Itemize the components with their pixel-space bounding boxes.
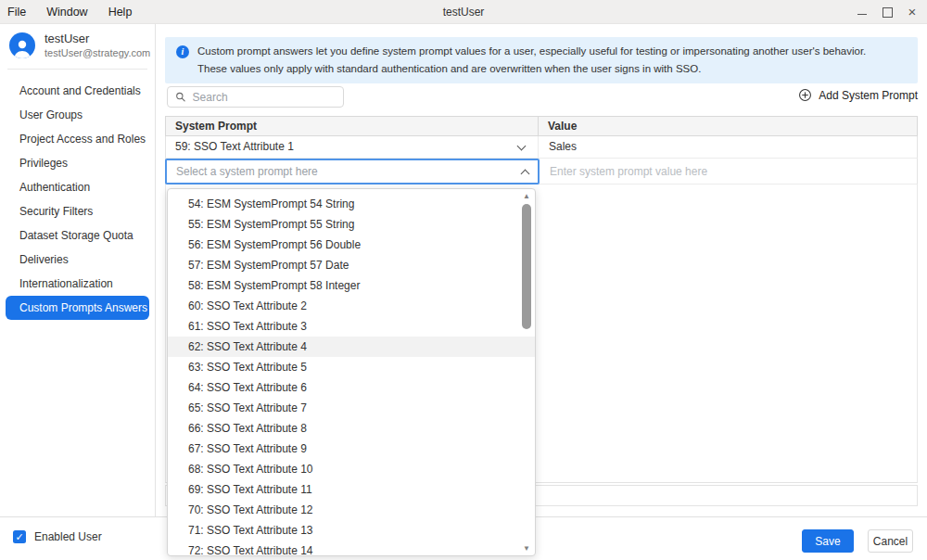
dropdown-option[interactable]: 55: ESM SystemPrompt 55 String xyxy=(168,214,535,235)
sidebar-item[interactable]: Project Access and Roles xyxy=(6,127,149,151)
dropdown-option[interactable]: 63: SSO Text Attribute 5 xyxy=(168,357,535,377)
dropdown-option[interactable]: 60: SSO Text Attribute 2 xyxy=(168,296,535,316)
dropdown-option[interactable]: 71: SSO Text Attribute 13 xyxy=(168,520,535,541)
dropdown-option[interactable]: 54: ESM SystemPrompt 54 String xyxy=(168,194,535,214)
menu-item[interactable]: Help xyxy=(108,6,133,19)
window-controls: × xyxy=(857,0,918,24)
prompt-select-row1[interactable]: 59: SSO Text Attribute 1 xyxy=(166,136,539,158)
user-name: testUser xyxy=(44,32,150,46)
system-prompt-dropdown: 54: ESM SystemPrompt 54 String55: ESM Sy… xyxy=(167,188,536,556)
dropdown-scrollbar[interactable]: ▲ ▼ xyxy=(520,192,533,553)
prompt-select-row2[interactable]: Select a system prompt here xyxy=(165,159,540,185)
save-button[interactable]: Save xyxy=(802,529,854,553)
table-row: Select a system prompt here xyxy=(165,159,918,185)
dropdown-list: 54: ESM SystemPrompt 54 String55: ESM Sy… xyxy=(168,189,535,556)
minimize-icon[interactable] xyxy=(857,6,868,18)
sidebar-divider xyxy=(7,69,147,70)
plus-circle-icon xyxy=(798,88,812,102)
sidebar: testUser testUser@strategy.com Account a… xyxy=(0,24,156,516)
user-email: testUser@strategy.com xyxy=(44,46,150,59)
info-banner: i Custom prompt answers let you define s… xyxy=(165,37,918,83)
titlebar: FileWindowHelp testUser × xyxy=(0,0,927,24)
info-banner-text: Custom prompt answers let you define sys… xyxy=(197,43,892,78)
close-icon[interactable]: × xyxy=(907,6,918,18)
sidebar-item[interactable]: Dataset Storage Quota xyxy=(6,223,149,248)
value-cell-row1[interactable]: Sales xyxy=(539,136,917,158)
menu-item[interactable]: File xyxy=(7,6,26,19)
menu-item[interactable]: Window xyxy=(46,6,87,19)
user-avatar-icon xyxy=(9,32,35,58)
sidebar-item[interactable]: Account and Credentials xyxy=(6,79,149,103)
sidebar-item[interactable]: Deliveries xyxy=(6,248,149,272)
chevron-up-icon xyxy=(521,169,530,178)
prompt-select-placeholder: Select a system prompt here xyxy=(176,165,522,178)
column-header-value: Value xyxy=(539,117,917,135)
scroll-down-icon[interactable]: ▼ xyxy=(520,544,533,553)
cancel-button[interactable]: Cancel xyxy=(868,529,913,553)
enabled-user-checkbox[interactable]: ✓ xyxy=(13,530,26,543)
dropdown-option[interactable]: 66: SSO Text Attribute 8 xyxy=(168,418,535,439)
prompt-select-row1-value: 59: SSO Text Attribute 1 xyxy=(175,140,294,153)
dropdown-option[interactable]: 57: ESM SystemPrompt 57 Date xyxy=(168,255,535,275)
dropdown-option[interactable]: 61: SSO Text Attribute 3 xyxy=(168,316,535,337)
search-input[interactable] xyxy=(193,91,336,104)
dropdown-option[interactable]: 58: ESM SystemPrompt 58 Integer xyxy=(168,275,535,296)
dropdown-option[interactable]: 68: SSO Text Attribute 10 xyxy=(168,459,535,479)
dropdown-option[interactable]: 70: SSO Text Attribute 12 xyxy=(168,500,535,520)
table-row: 59: SSO Text Attribute 1 Sales xyxy=(165,136,918,159)
scroll-up-icon[interactable]: ▲ xyxy=(520,192,533,200)
search-box[interactable] xyxy=(167,86,344,108)
dropdown-option[interactable]: 67: SSO Text Attribute 9 xyxy=(168,439,535,459)
scrollbar-thumb[interactable] xyxy=(522,204,531,329)
enabled-user-control[interactable]: ✓ Enabled User xyxy=(13,530,102,543)
sidebar-item[interactable]: Privileges xyxy=(6,151,149,175)
dropdown-option[interactable]: 62: SSO Text Attribute 4 xyxy=(168,337,535,357)
sidebar-item[interactable]: Custom Prompts Answers xyxy=(6,296,149,320)
sidebar-item[interactable]: User Groups xyxy=(6,103,149,127)
toolbar: Add System Prompt xyxy=(165,86,918,108)
window-title: testUser xyxy=(0,0,927,24)
user-block: testUser testUser@strategy.com xyxy=(0,24,155,69)
sidebar-item[interactable]: Internationalization xyxy=(6,272,149,296)
chevron-down-icon xyxy=(517,142,527,151)
add-system-prompt-label: Add System Prompt xyxy=(819,89,918,102)
dropdown-option[interactable]: 69: SSO Text Attribute 11 xyxy=(168,479,535,500)
info-icon: i xyxy=(176,45,189,58)
menu-bar: FileWindowHelp xyxy=(7,0,132,24)
enabled-user-label: Enabled User xyxy=(34,530,102,543)
value-cell-row2 xyxy=(540,159,917,184)
maximize-icon[interactable] xyxy=(882,6,893,18)
sidebar-nav: Account and CredentialsUser GroupsProjec… xyxy=(0,77,155,320)
column-header-system-prompt: System Prompt xyxy=(166,117,539,135)
sidebar-item[interactable]: Authentication xyxy=(6,175,149,199)
add-system-prompt-button[interactable]: Add System Prompt xyxy=(798,88,918,102)
sidebar-item[interactable]: Security Filters xyxy=(6,199,149,223)
dropdown-option[interactable]: 56: ESM SystemPrompt 56 Double xyxy=(168,235,535,255)
dropdown-option[interactable]: 65: SSO Text Attribute 7 xyxy=(168,398,535,418)
dropdown-option[interactable]: 72: SSO Text Attribute 14 xyxy=(168,541,535,556)
search-icon xyxy=(175,91,186,103)
value-input-row2[interactable] xyxy=(540,159,917,184)
table-header: System Prompt Value xyxy=(165,116,918,136)
dropdown-option[interactable]: 64: SSO Text Attribute 6 xyxy=(168,377,535,398)
